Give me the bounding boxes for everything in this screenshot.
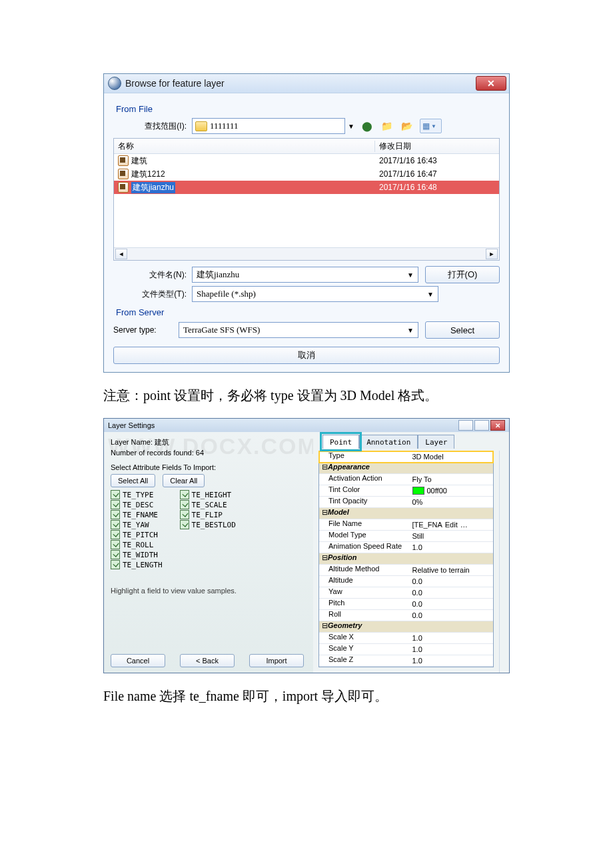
lookin-label: 查找范围(I): (113, 121, 192, 132)
file-row[interactable]: 建筑 2017/1/16 16:43 (114, 154, 499, 167)
new-folder-icon[interactable]: 📂 (400, 119, 414, 133)
left-panel: WWW.DOCX.COM Layer Name: 建筑 Number of re… (104, 432, 313, 673)
records-label: Number of records found: (111, 449, 194, 457)
servertype-select[interactable]: TerraGate SFS (WFS)▼ (179, 322, 418, 338)
servertype-label: Server type: (113, 325, 179, 335)
note-paragraph-2: File name 选择 te_fname 即可，import 导入即可。 (103, 685, 510, 707)
file-list: 名称 修改日期 建筑 2017/1/16 16:43 建筑1212 2017/1… (113, 138, 500, 261)
field-label: TE_YAW (123, 521, 149, 529)
chevron-down-icon[interactable]: ▼ (427, 291, 434, 298)
scroll-right-icon[interactable]: ► (486, 249, 498, 259)
prop-tint-color[interactable]: Tint Color00ff00 (319, 485, 493, 497)
file-row-selected[interactable]: 建筑jianzhu 2017/1/16 16:48 (114, 181, 499, 194)
select-all-button[interactable]: Select All (111, 474, 155, 487)
prop-altitude[interactable]: Altitude0.0 (319, 576, 493, 587)
prop-roll[interactable]: Roll0.0 (319, 610, 493, 621)
prop-pitch[interactable]: Pitch0.0 (319, 599, 493, 610)
prop-yaw[interactable]: Yaw0.0 (319, 587, 493, 599)
minimize-icon[interactable] (458, 420, 473, 431)
property-grid: Type3D Model Appearance Activation Actio… (318, 451, 494, 667)
field-checkbox[interactable]: TE_WIDTH (111, 550, 163, 559)
close-icon[interactable]: ✕ (476, 76, 506, 91)
prop-tint-opacity[interactable]: Tint Opacity0% (319, 497, 493, 508)
lookin-combo[interactable]: 1111111 (192, 118, 345, 134)
prop-scale-z[interactable]: Scale Z1.0 (319, 655, 493, 667)
checkbox-icon (180, 490, 189, 499)
view-menu-icon[interactable]: ▦▼ (420, 119, 442, 133)
edit-button[interactable]: Edit (445, 521, 458, 529)
h-scrollbar[interactable]: ◄ ► (114, 247, 499, 260)
field-label: TE_FNAME (123, 511, 158, 519)
prop-model-type[interactable]: Model TypeStill (319, 531, 493, 542)
group-geometry[interactable]: Geometry (319, 621, 493, 633)
field-checkbox[interactable]: TE_LENGTH (111, 560, 163, 569)
field-label: TE_BESTLOD (192, 521, 236, 529)
up-one-level-icon[interactable]: 📁 (380, 119, 394, 133)
field-label: TE_WIDTH (123, 551, 158, 559)
layer-name-label: Layer Name: (111, 438, 153, 446)
browse-icon[interactable]: … (460, 521, 468, 529)
field-checkbox[interactable]: TE_YAW (111, 520, 163, 529)
file-list-header[interactable]: 名称 修改日期 (114, 139, 499, 154)
cancel-button[interactable]: 取消 (113, 347, 500, 364)
file-toolbar: ⬤ 📁 📂 ▦▼ (360, 119, 442, 133)
from-file-label: From File (116, 104, 500, 114)
back-icon[interactable]: ⬤ (360, 119, 374, 133)
field-checkbox[interactable]: TE_FNAME (111, 510, 163, 519)
import-button[interactable]: Import (249, 654, 304, 667)
chevron-down-icon[interactable]: ▼ (407, 327, 414, 334)
field-checkbox[interactable]: TE_SCALE (180, 500, 236, 509)
back-button[interactable]: < Back (180, 654, 235, 667)
prop-anim-speed[interactable]: Animation Speed Rate1.0 (319, 542, 493, 553)
scroll-left-icon[interactable]: ◄ (115, 249, 127, 259)
prop-scale-y[interactable]: Scale Y1.0 (319, 644, 493, 655)
group-model[interactable]: Model (319, 508, 493, 519)
from-server-label: From Server (116, 307, 500, 317)
prop-file-name[interactable]: File Name[TE_FNAEdit… (319, 519, 493, 531)
prop-activation[interactable]: Activation ActionFly To (319, 474, 493, 485)
checkbox-icon (111, 490, 120, 499)
open-button[interactable]: 打开(O) (425, 266, 500, 283)
cancel-button[interactable]: Cancel (111, 654, 165, 667)
group-position[interactable]: Position (319, 553, 493, 565)
field-checkbox[interactable]: TE_PITCH (111, 530, 163, 539)
field-label: TE_TYPE (123, 491, 153, 499)
file-row[interactable]: 建筑1212 2017/1/16 16:47 (114, 167, 499, 181)
field-label: TE_PITCH (123, 531, 158, 539)
field-checkbox[interactable]: TE_HEIGHT (180, 490, 236, 499)
prop-alt-method[interactable]: Altitude MethodRelative to terrain (319, 565, 493, 576)
chevron-down-icon[interactable]: ▼ (348, 123, 354, 130)
checkbox-icon (111, 550, 120, 559)
field-checkbox[interactable]: TE_TYPE (111, 490, 163, 499)
tab-annotation[interactable]: Annotation (359, 435, 418, 449)
close-icon[interactable]: ✕ (490, 420, 505, 431)
field-checkbox[interactable]: TE_ROLL (111, 540, 163, 549)
tab-point[interactable]: Point (322, 435, 359, 449)
note-paragraph-1: 注意：point 设置时，务必将 type 设置为 3D Model 格式。 (103, 385, 510, 406)
v-scrollbar[interactable] (499, 451, 509, 673)
col-name[interactable]: 名称 (114, 141, 375, 152)
select-button[interactable]: Select (425, 321, 500, 339)
lookin-value: 1111111 (210, 121, 239, 131)
app-icon (108, 77, 121, 90)
group-appearance[interactable]: Appearance (319, 463, 493, 474)
folder-icon (195, 121, 207, 131)
tabs: Point Annotation Layer (322, 435, 454, 449)
field-checkbox[interactable]: TE_DESC (111, 500, 163, 509)
checkbox-icon (111, 540, 120, 549)
prop-scale-x[interactable]: Scale X1.0 (319, 633, 493, 644)
chevron-down-icon[interactable]: ▼ (407, 271, 414, 279)
layer-name-value: 建筑 (155, 438, 169, 446)
field-checkbox[interactable]: TE_BESTLOD (180, 520, 236, 529)
layer-settings-dialog: Layer Settings ✕ WWW.DOCX.COM Layer Name… (103, 418, 510, 673)
tab-layer[interactable]: Layer (418, 435, 454, 449)
maximize-icon[interactable] (474, 420, 489, 431)
clear-all-button[interactable]: Clear All (163, 474, 205, 487)
col-date[interactable]: 修改日期 (375, 141, 499, 152)
field-checkbox[interactable]: TE_FLIP (180, 510, 236, 519)
prop-type[interactable]: Type3D Model (319, 451, 493, 463)
field-label: TE_ROLL (123, 541, 153, 549)
records-value: 64 (196, 449, 204, 457)
filename-input[interactable]: 建筑jianzhu▼ (192, 267, 418, 283)
filetype-select[interactable]: Shapefile (*.shp)▼ (192, 286, 438, 302)
